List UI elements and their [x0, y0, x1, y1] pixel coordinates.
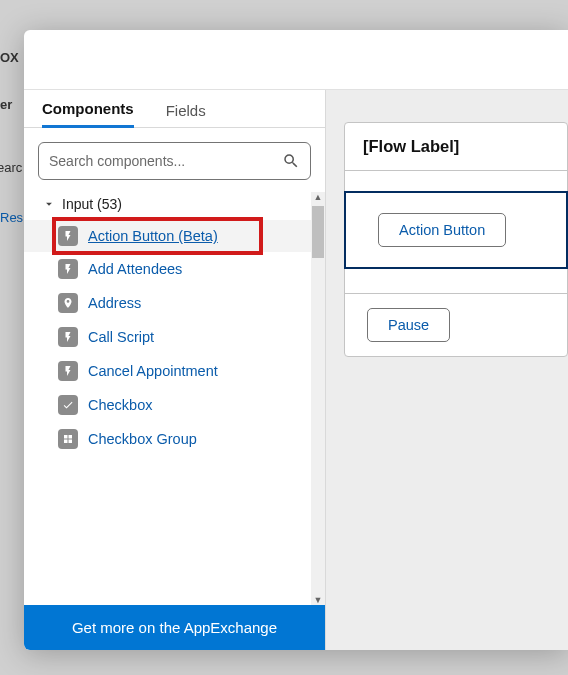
- tab-components[interactable]: Components: [42, 100, 134, 128]
- check-icon: [58, 395, 78, 415]
- scroll-down-icon[interactable]: ▼: [311, 593, 325, 607]
- component-list: Action Button (Beta) Add Attendees: [24, 220, 311, 456]
- list-item-label: Address: [88, 295, 141, 311]
- scrollbar-thumb[interactable]: [312, 206, 324, 258]
- bolt-icon: [58, 259, 78, 279]
- list-item-add-attendees[interactable]: Add Attendees: [24, 252, 311, 286]
- component-palette: Components Fields Input (53): [24, 90, 326, 650]
- bolt-icon: [58, 361, 78, 381]
- bg-text: er: [0, 97, 12, 112]
- pin-icon: [58, 293, 78, 313]
- screen-card: [Flow Label] Action Button Pause: [344, 122, 568, 357]
- modal-panel: Components Fields Input (53): [24, 30, 568, 650]
- list-item-cancel-appointment[interactable]: Cancel Appointment: [24, 354, 311, 388]
- list-item-label: Action Button (Beta): [88, 228, 218, 244]
- modal-header: [24, 30, 568, 90]
- search-input[interactable]: [38, 142, 311, 180]
- list-item-call-script[interactable]: Call Script: [24, 320, 311, 354]
- list-item-label: Call Script: [88, 329, 154, 345]
- bg-text: OX: [0, 50, 19, 65]
- palette-tabs: Components Fields: [24, 90, 325, 128]
- list-item-label: Checkbox: [88, 397, 152, 413]
- action-button[interactable]: Action Button: [378, 213, 506, 247]
- list-item-label: Checkbox Group: [88, 431, 197, 447]
- selected-component-slot[interactable]: Action Button: [344, 191, 568, 269]
- pause-button[interactable]: Pause: [367, 308, 450, 342]
- search-icon: [282, 152, 300, 170]
- chevron-down-icon: [42, 197, 56, 211]
- screen-canvas: [Flow Label] Action Button Pause: [326, 90, 568, 650]
- tab-fields[interactable]: Fields: [166, 102, 206, 127]
- bg-text: Res: [0, 210, 23, 225]
- list-item-checkbox-group[interactable]: Checkbox Group: [24, 422, 311, 456]
- list-item-label: Cancel Appointment: [88, 363, 218, 379]
- search-field[interactable]: [49, 153, 282, 169]
- list-item-address[interactable]: Address: [24, 286, 311, 320]
- component-list-container: Input (53) Action Button (Beta): [24, 192, 325, 605]
- group-icon: [58, 429, 78, 449]
- appexchange-link[interactable]: Get more on the AppExchange: [24, 605, 325, 650]
- scroll-up-icon[interactable]: ▲: [311, 190, 325, 204]
- scrollbar[interactable]: ▲ ▼: [311, 192, 325, 605]
- bolt-icon: [58, 327, 78, 347]
- bolt-icon: [58, 226, 78, 246]
- section-label: Input (53): [62, 196, 122, 212]
- list-item-label: Add Attendees: [88, 261, 182, 277]
- list-item-action-button-beta[interactable]: Action Button (Beta): [24, 220, 311, 252]
- section-input[interactable]: Input (53): [24, 192, 311, 216]
- bg-text: earc: [0, 160, 22, 175]
- list-item-checkbox[interactable]: Checkbox: [24, 388, 311, 422]
- card-footer: Pause: [345, 293, 567, 356]
- flow-label-header: [Flow Label]: [345, 123, 567, 171]
